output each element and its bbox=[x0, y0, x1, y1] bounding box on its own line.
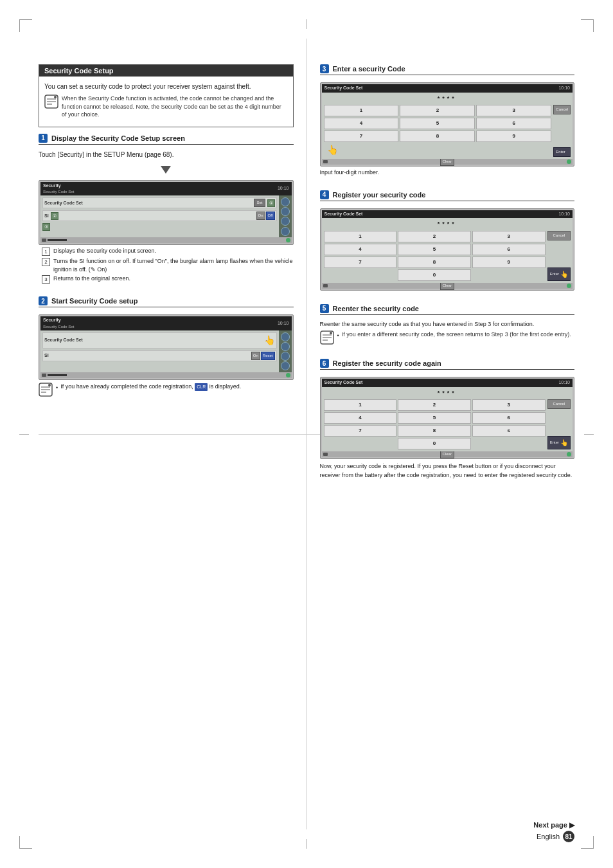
sidebar-icon-4 bbox=[281, 227, 290, 236]
language-text: English bbox=[537, 833, 560, 840]
step-5-label: Reenter the security code bbox=[333, 305, 420, 312]
key-4-4[interactable]: 4 bbox=[324, 244, 397, 255]
key-4-6[interactable]: 6 bbox=[472, 244, 546, 255]
center-mark-bottom bbox=[306, 839, 307, 849]
key-6-2[interactable]: 2 bbox=[398, 399, 471, 411]
sidebar-icon-1 bbox=[281, 197, 290, 206]
step-5-num: 5 bbox=[320, 304, 329, 313]
key-6-6[interactable]: 6 bbox=[472, 412, 546, 424]
enter-btn-3[interactable]: Enter bbox=[553, 147, 571, 157]
page-bottom: Next page ▶ English 81 bbox=[533, 821, 574, 842]
step-1-list-item-2: 2 Turns the SI function on or off. If tu… bbox=[42, 257, 294, 273]
key-3[interactable]: 3 bbox=[476, 105, 551, 116]
key-9[interactable]: 9 bbox=[476, 131, 551, 142]
key-4-3[interactable]: 3 bbox=[472, 231, 546, 242]
screen-2-body: Security Code Set 👆 SI On Reset bbox=[40, 330, 292, 372]
key-4-9[interactable]: 9 bbox=[472, 257, 546, 268]
step-4-section: 4 Register your security code Security C… bbox=[320, 190, 575, 293]
screen-4-dots: **** bbox=[324, 220, 571, 229]
key-6-7[interactable]: 7 bbox=[324, 425, 397, 437]
step-3-body: Security Code Set 10:10 **** 1 2 3 4 bbox=[320, 78, 575, 177]
cancel-btn-4[interactable]: Cancel bbox=[547, 231, 571, 240]
key-6-4[interactable]: 4 bbox=[324, 412, 397, 424]
corner-mark-br bbox=[581, 836, 594, 849]
key-6-5[interactable]: 5 bbox=[398, 412, 471, 424]
screen-1-on-btn[interactable]: On bbox=[256, 212, 265, 220]
screen-6-header: Security Code Set 10:10 bbox=[322, 379, 573, 387]
step-3-screen: Security Code Set 10:10 **** 1 2 3 4 bbox=[320, 82, 575, 167]
page-content: Security Code Setup You can set a securi… bbox=[39, 64, 574, 817]
screen-2-foot bbox=[40, 372, 292, 378]
key-4-1[interactable]: 1 bbox=[324, 231, 397, 242]
corner-mark-bl bbox=[19, 836, 32, 849]
screen-2-time: 10:10 bbox=[278, 320, 289, 327]
step-3-instruction: Input four-digit number. bbox=[320, 168, 575, 177]
step-6-screen: Security Code Set 10:10 **** 1 2 3 4 bbox=[320, 377, 575, 459]
foot-icon-10 bbox=[567, 452, 571, 457]
screen-6-keypad: 1 2 3 4 5 6 7 8 s bbox=[324, 399, 546, 437]
cancel-btn-6[interactable]: Cancel bbox=[547, 399, 571, 409]
screen-2-onoff: On Reset bbox=[251, 352, 275, 360]
key-4-7[interactable]: 7 bbox=[324, 257, 397, 268]
key-7[interactable]: 7 bbox=[324, 131, 399, 142]
clr-tag: CLR bbox=[195, 383, 208, 391]
note-icon-5 bbox=[320, 330, 334, 345]
key-4-8[interactable]: 8 bbox=[398, 257, 471, 268]
key-8[interactable]: 8 bbox=[400, 131, 475, 142]
screen-2-on-btn[interactable]: On bbox=[251, 352, 260, 360]
note-text-2-content: If you have already completed the code r… bbox=[60, 383, 241, 392]
bullet-5: • bbox=[337, 332, 339, 340]
key-4[interactable]: 4 bbox=[324, 118, 399, 129]
step-4-label: Register your security code bbox=[333, 191, 426, 199]
step-4-num: 4 bbox=[320, 190, 329, 199]
next-page-label: Next page ▶ bbox=[533, 821, 574, 829]
key-6-9[interactable]: s bbox=[472, 425, 546, 437]
screen-1-set-btn[interactable]: Set bbox=[254, 199, 265, 207]
screen-2-off-btn[interactable]: Reset bbox=[261, 352, 275, 360]
key-4-2[interactable]: 2 bbox=[398, 231, 471, 242]
screen-1-row-1: Security Code Set Set ① bbox=[42, 197, 277, 208]
screen-6-keypad-area: **** 1 2 3 4 5 6 7 bbox=[322, 387, 573, 452]
screen-3-foot: Clear bbox=[322, 159, 573, 165]
svg-marker-5 bbox=[161, 166, 171, 174]
screen-4-title: Security Code Set bbox=[324, 211, 363, 218]
enter-btn-6[interactable]: Enter 👆 bbox=[547, 436, 571, 449]
foot-icon-6 bbox=[567, 159, 571, 164]
key-1[interactable]: 1 bbox=[324, 105, 399, 116]
cancel-btn-3[interactable]: Cancel bbox=[553, 105, 571, 114]
screen-1-si-label: SI bbox=[44, 213, 49, 220]
foot-icon-5 bbox=[323, 160, 328, 163]
screen-1-icon-3: ③ bbox=[42, 223, 50, 231]
screen-4-side-btns: Cancel Enter 👆 bbox=[547, 231, 571, 281]
screen-1-title: Security Security Code Set bbox=[43, 183, 74, 195]
step-2-num: 2 bbox=[39, 296, 48, 305]
key-6-0[interactable]: 0 bbox=[398, 438, 471, 449]
key-4-5[interactable]: 5 bbox=[398, 244, 471, 255]
foot-icon-2 bbox=[286, 238, 290, 242]
screen-6-side-btns: Cancel Enter 👆 bbox=[547, 399, 571, 449]
corner-mark-tl bbox=[19, 19, 32, 32]
screen-1-icon-1: ① bbox=[267, 199, 275, 207]
screen-2-si-label: SI bbox=[44, 352, 49, 359]
step-1-list-item-1: 1 Displays the Security code input scree… bbox=[42, 247, 294, 256]
key-4-0[interactable]: 0 bbox=[398, 269, 471, 281]
list-num-3: 3 bbox=[42, 275, 50, 284]
screen-2-title: Security bbox=[43, 317, 74, 324]
screen-1-off-btn[interactable]: Off bbox=[266, 212, 275, 220]
center-mark-right bbox=[584, 434, 594, 435]
list-num-1: 1 bbox=[42, 248, 50, 256]
key-5[interactable]: 5 bbox=[400, 118, 475, 129]
page-number: 81 bbox=[563, 831, 574, 842]
screen-3-title: Security Code Set bbox=[324, 85, 363, 92]
screen-1-icon-2: ② bbox=[51, 212, 58, 220]
key-6-8[interactable]: 8 bbox=[398, 425, 471, 437]
key-6-1[interactable]: 1 bbox=[324, 399, 397, 411]
screen-2-row-label: Security Code Set bbox=[44, 337, 83, 344]
key-6-3[interactable]: 3 bbox=[472, 399, 546, 411]
key-6[interactable]: 6 bbox=[476, 118, 551, 129]
step-2-screen: Security Security Code Set 10:10 Securit… bbox=[39, 314, 294, 380]
screen-1-header: Security Security Code Set 10:10 bbox=[40, 182, 292, 196]
key-2[interactable]: 2 bbox=[400, 105, 475, 116]
enter-btn-4[interactable]: Enter 👆 bbox=[547, 267, 571, 281]
center-mark-left bbox=[19, 434, 29, 435]
